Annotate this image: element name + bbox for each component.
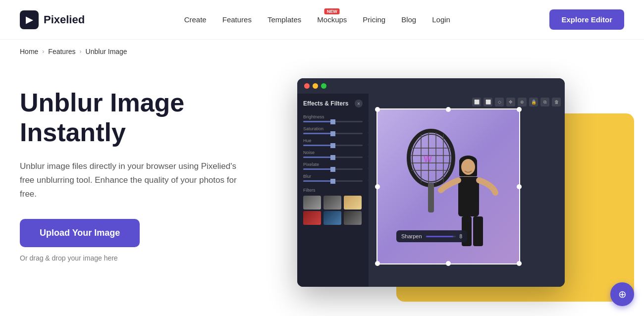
- explore-editor-button[interactable]: Explore Editor: [549, 9, 624, 30]
- toolbar-icon-5[interactable]: ⊕: [518, 98, 527, 106]
- slider-pixelate: Pixelate 0: [303, 162, 363, 170]
- filter-thumb-2[interactable]: [323, 196, 341, 210]
- sharpen-label: Sharpen: [401, 233, 422, 239]
- canvas-area: ⬜ ⬜ ◇ ✥ ⊕ 🔒 ⧉ 🗑: [369, 94, 565, 287]
- nav-create[interactable]: Create: [184, 15, 207, 24]
- editor-window: Effects & Filters × Brightness 0 Satur: [297, 78, 565, 287]
- hero-subtitle: Unblur image files directly in your brow…: [20, 159, 238, 201]
- toolbar-icon-6[interactable]: 🔒: [529, 98, 538, 106]
- toolbar-icon-4[interactable]: ✥: [506, 98, 515, 106]
- left-content: Unblur Image Instantly Unblur image file…: [20, 73, 277, 262]
- nav-pricing[interactable]: Pricing: [363, 15, 385, 24]
- upload-image-button[interactable]: Upload Your Image: [20, 219, 140, 247]
- svg-text:W: W: [424, 154, 432, 164]
- breadcrumb: Home › Features › Unblur Image: [0, 40, 644, 63]
- filter-thumb-5[interactable]: [323, 211, 341, 225]
- panel-title: Effects & Filters: [303, 100, 348, 107]
- sharpen-slider[interactable]: [426, 236, 456, 237]
- nav-blog[interactable]: Blog: [401, 15, 416, 24]
- panel-header: Effects & Filters ×: [303, 100, 363, 107]
- sharpen-value: 8: [460, 234, 463, 239]
- support-icon: ⊕: [618, 288, 627, 300]
- toolbar-icon-2[interactable]: ⬜: [483, 98, 492, 106]
- toolbar-icon-8[interactable]: 🗑: [552, 98, 561, 106]
- hero-title: Unblur Image Instantly: [20, 88, 277, 148]
- toolbar-icon-7[interactable]: ⧉: [540, 98, 549, 106]
- canvas-toolbar: ⬜ ⬜ ◇ ✥ ⊕ 🔒 ⧉ 🗑: [472, 98, 561, 106]
- breadcrumb-current: Unblur Image: [86, 48, 127, 55]
- breadcrumb-sep-2: ›: [80, 48, 82, 55]
- new-badge: NEW: [324, 8, 340, 14]
- window-body: Effects & Filters × Brightness 0 Satur: [297, 94, 565, 287]
- breadcrumb-features[interactable]: Features: [48, 48, 75, 55]
- effects-panel: Effects & Filters × Brightness 0 Satur: [297, 94, 369, 287]
- filter-grid: [303, 196, 363, 225]
- panel-close-button[interactable]: ×: [355, 100, 363, 107]
- right-content: Effects & Filters × Brightness 0 Satur: [297, 68, 624, 287]
- filter-thumb-6[interactable]: [344, 211, 362, 225]
- nav-templates[interactable]: Templates: [268, 15, 301, 24]
- filter-thumb-1[interactable]: [303, 196, 321, 210]
- svg-rect-11: [428, 183, 434, 212]
- slider-noise: Noise 0: [303, 150, 363, 158]
- support-button[interactable]: ⊕: [610, 282, 634, 306]
- nav-login[interactable]: Login: [432, 15, 450, 24]
- logo-name: Pixelied: [44, 13, 85, 26]
- main-nav: Create Features Templates NEW Mockups Pr…: [184, 15, 450, 24]
- window-chrome: [297, 78, 565, 94]
- toolbar-icon-1[interactable]: ⬜: [472, 98, 481, 106]
- slider-blur: Blur 0: [303, 174, 363, 182]
- filter-thumb-3[interactable]: [344, 196, 362, 210]
- nav-features[interactable]: Features: [222, 15, 252, 24]
- window-dot-yellow: [313, 83, 318, 89]
- filters-title: Filters: [303, 188, 363, 193]
- drag-drop-text: Or drag & drop your image here: [20, 254, 277, 262]
- main-content: Unblur Image Instantly Unblur image file…: [0, 63, 644, 287]
- svg-rect-18: [473, 216, 483, 246]
- filter-thumb-4[interactable]: [303, 211, 321, 225]
- breadcrumb-sep-1: ›: [42, 48, 44, 55]
- breadcrumb-home[interactable]: Home: [20, 48, 38, 55]
- filters-section: Filters: [303, 188, 363, 225]
- svg-rect-16: [458, 177, 479, 216]
- slider-saturation: Saturation 0: [303, 126, 363, 134]
- logo-icon: ▶: [20, 10, 39, 29]
- window-dot-red: [304, 83, 310, 89]
- window-dot-green: [321, 83, 326, 89]
- slider-brightness: Brightness 0: [303, 114, 363, 122]
- header: ▶ Pixelied Create Features Templates NEW…: [0, 0, 644, 40]
- logo-area[interactable]: ▶ Pixelied: [20, 10, 85, 29]
- sharpen-tooltip: Sharpen 8: [396, 230, 467, 242]
- nav-mockups[interactable]: NEW Mockups: [317, 15, 347, 24]
- slider-hue: Hue 0: [303, 138, 363, 146]
- toolbar-icon-3[interactable]: ◇: [495, 98, 504, 106]
